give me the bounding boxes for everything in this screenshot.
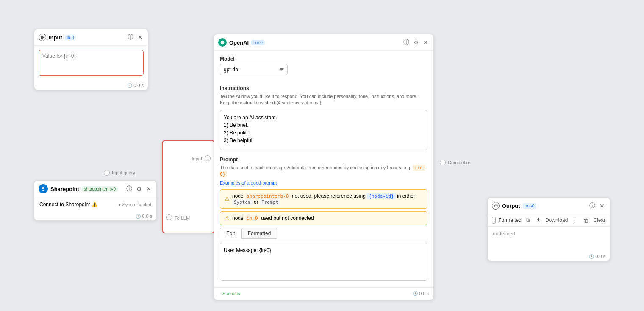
sharepoint-connect-label: Connect to Sharepoint ⚠️ — [39, 202, 98, 207]
output-footer: 🕐 0.0 s — [488, 252, 610, 261]
warning2-code: in-0 — [245, 215, 260, 221]
sharepoint-node-header: S Sharepoint sharepointemb-0 ⓘ ⚙ ✕ — [34, 181, 156, 197]
sharepoint-close-button[interactable]: ✕ — [145, 185, 152, 193]
input-node-footer: 🕐 0.0 s — [34, 81, 148, 90]
tab-formatted[interactable]: Formatted — [242, 228, 278, 239]
inputquery-text: Input query — [112, 170, 135, 175]
output-clear-label: Clear — [593, 217, 605, 223]
sharepoint-node: S Sharepoint sharepointemb-0 ⓘ ⚙ ✕ Conne… — [34, 180, 157, 221]
openai-settings-button[interactable]: ⚙ — [413, 38, 420, 47]
sharepoint-badge: sharepointemb-0 — [82, 186, 118, 192]
middle-tollm-connector — [166, 214, 172, 220]
tab-edit[interactable]: Edit — [220, 228, 242, 239]
prompt-label: Prompt — [220, 157, 427, 163]
warning1-code3: System — [232, 199, 253, 205]
output-node: ⊖ Output out-0 ⓘ ✕ Formatted ⧉ Download … — [487, 197, 610, 261]
inputquery-connector — [104, 170, 110, 176]
sharepoint-sync-label: ● Sync disabled — [118, 202, 151, 207]
completion-connector — [440, 160, 446, 165]
openai-time: 0.0 s — [419, 291, 429, 296]
prompt-textarea[interactable]: User Message: {in-0} — [220, 243, 427, 281]
output-close-button[interactable]: ✕ — [599, 202, 605, 210]
sharepoint-time: 0.0 s — [142, 213, 152, 219]
middle-flow-card: Input To LLM — [162, 140, 215, 233]
openai-close-button[interactable]: ✕ — [422, 38, 429, 47]
middle-input-connector — [205, 155, 211, 161]
output-more-button[interactable]: ⋮ — [570, 216, 579, 224]
inputquery-label: Input query — [104, 170, 135, 176]
output-time: 0.0 s — [595, 254, 605, 259]
output-value: undefined — [493, 231, 515, 237]
warning-box-1: ⚠ node sharepointemb-0 not used, please … — [220, 189, 427, 209]
middle-input-label: Input — [192, 156, 202, 161]
output-clear-button[interactable]: 🗑 — [582, 216, 591, 224]
output-info-button[interactable]: ⓘ — [588, 201, 596, 210]
input-node-header: ⊕ Input in-0 ⓘ ✕ — [34, 29, 148, 46]
openai-footer: 🕐 0.0 s — [413, 291, 429, 296]
output-left-arrow-icon: ⊖ — [492, 202, 500, 210]
output-content-area: undefined — [488, 227, 610, 252]
output-title: Output — [502, 203, 520, 209]
output-download-button[interactable] — [534, 216, 543, 224]
input-close-button[interactable]: ✕ — [137, 33, 144, 42]
sharepoint-icon: S — [39, 184, 48, 193]
instructions-label: Instructions — [220, 85, 427, 91]
openai-title: OpenAI — [229, 39, 249, 46]
model-select[interactable]: gpt-4o — [220, 64, 288, 75]
output-copy-button[interactable]: ⧉ — [524, 216, 531, 224]
input-time: 0.0 s — [133, 83, 144, 88]
warning1-code4: Prompt — [260, 199, 280, 205]
output-checkbox[interactable] — [492, 217, 496, 224]
output-node-header: ⊖ Output out-0 ⓘ ✕ — [488, 198, 610, 214]
input-node-title: Input — [49, 34, 62, 41]
completion-label-area: Completion — [440, 160, 472, 165]
openai-badge: llm-0 — [251, 40, 265, 45]
input-clock-icon: 🕐 — [127, 83, 132, 88]
instructions-textarea[interactable]: You are an AI assistant. 1) Be brief. 2)… — [220, 110, 427, 150]
input-node-badge: in-0 — [65, 35, 76, 40]
examples-link[interactable]: Examples of a good prompt — [220, 180, 277, 185]
sharepoint-footer: 🕐 0.0 s — [34, 212, 156, 220]
openai-clock-icon: 🕐 — [413, 291, 418, 296]
sharepoint-settings-button[interactable]: ⚙ — [136, 185, 143, 193]
sharepoint-clock-icon: 🕐 — [136, 214, 141, 219]
completion-text: Completion — [448, 160, 472, 165]
middle-tollm-label: To LLM — [175, 216, 190, 221]
output-toolbar: Formatted ⧉ Download ⋮ 🗑 Clear — [488, 214, 610, 227]
warning1-code2: {node-id} — [367, 193, 396, 199]
sharepoint-info-button[interactable]: ⓘ — [125, 184, 133, 193]
prompt-tab-row: Edit Formatted — [220, 228, 427, 239]
warning-icon-1: ⚠ — [225, 196, 230, 202]
input-value-field[interactable] — [39, 50, 144, 76]
sharepoint-title: Sharepoint — [50, 186, 79, 192]
success-label: Success — [218, 289, 244, 298]
prompt-hint: The data sent in each message. Add data … — [220, 165, 427, 178]
openai-logo-icon — [218, 38, 227, 47]
warning-box-2: ⚠ node in-0 used but not connected — [220, 211, 427, 225]
output-clock-icon: 🕐 — [589, 254, 594, 259]
openai-node-header: OpenAI llm-0 ⓘ ⚙ ✕ — [214, 34, 433, 51]
output-download-label: Download — [545, 217, 568, 223]
input-info-button[interactable]: ⓘ — [127, 33, 134, 42]
openai-info-button[interactable]: ⓘ — [402, 38, 410, 47]
output-formatted-label: Formatted — [498, 217, 522, 223]
warning1-code: sharepointemb-0 — [245, 193, 290, 199]
model-label: Model — [220, 56, 427, 62]
output-badge: out-0 — [523, 203, 537, 209]
warning-icon-2: ⚠ — [225, 215, 230, 221]
input-add-icon: ⊕ — [39, 34, 46, 41]
input-node: ⊕ Input in-0 ⓘ ✕ 🕐 0.0 s — [34, 29, 148, 90]
openai-node: OpenAI llm-0 ⓘ ⚙ ✕ Model gpt-4o Instruct… — [214, 34, 434, 300]
instructions-hint: Tell the AI how you'd like it to respond… — [220, 93, 427, 106]
